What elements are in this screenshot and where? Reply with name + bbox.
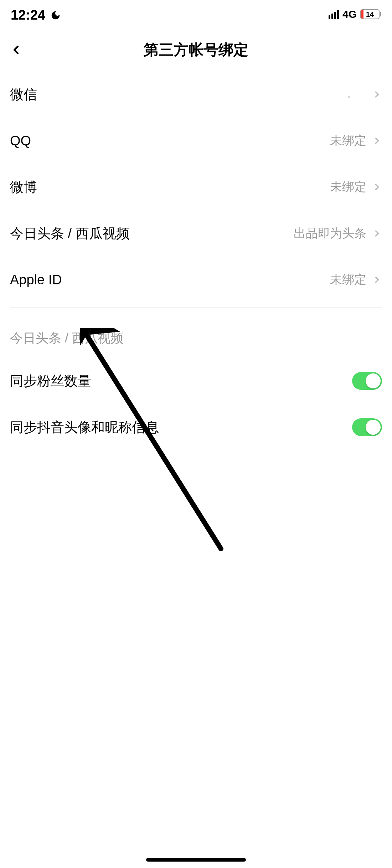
account-label: 微博 xyxy=(10,178,37,196)
account-row-weibo[interactable]: 微博 未绑定 xyxy=(0,164,392,210)
divider xyxy=(10,307,382,308)
account-row-toutiao[interactable]: 今日头条 / 西瓜视频 出品即为头条 xyxy=(0,210,392,257)
home-indicator[interactable] xyxy=(146,858,246,862)
chevron-right-icon xyxy=(372,89,382,99)
account-row-qq[interactable]: QQ 未绑定 xyxy=(0,118,392,164)
toggle-sync-avatar[interactable] xyxy=(352,418,382,436)
status-bar: 12:24 4G 14 xyxy=(0,0,392,29)
account-status: 未绑定 xyxy=(330,179,366,195)
back-button[interactable] xyxy=(7,41,25,59)
section-header: 今日头条 / 西瓜视频 xyxy=(0,312,392,358)
toggle-row-sync-followers: 同步粉丝数量 xyxy=(0,358,392,404)
nav-bar: 第三方帐号绑定 xyxy=(0,29,392,71)
chevron-right-icon xyxy=(372,136,382,146)
signal-icon xyxy=(329,10,339,19)
account-label: QQ xyxy=(10,133,31,149)
account-status: 未绑定 xyxy=(330,133,366,149)
chevron-left-icon xyxy=(9,43,23,57)
account-row-wechat[interactable]: 微信 。 xyxy=(0,71,392,118)
chevron-right-icon xyxy=(372,228,382,238)
chevron-right-icon xyxy=(372,275,382,285)
toggle-label: 同步粉丝数量 xyxy=(10,372,91,390)
battery-icon: 14 xyxy=(360,9,381,19)
chevron-right-icon xyxy=(372,182,382,192)
status-time: 12:24 xyxy=(11,7,45,23)
toggle-label: 同步抖音头像和昵称信息 xyxy=(10,418,159,436)
account-status: 出品即为头条 xyxy=(294,225,366,242)
account-label: 微信 xyxy=(10,86,37,104)
battery-text: 14 xyxy=(366,10,374,19)
toggle-row-sync-avatar: 同步抖音头像和昵称信息 xyxy=(0,404,392,450)
toggle-sync-followers[interactable] xyxy=(352,372,382,390)
moon-icon xyxy=(50,9,61,20)
account-label: Apple ID xyxy=(10,272,62,288)
network-type: 4G xyxy=(342,8,357,20)
account-status: 未绑定 xyxy=(330,272,366,288)
account-row-apple-id[interactable]: Apple ID 未绑定 xyxy=(0,257,392,303)
status-left: 12:24 xyxy=(11,6,61,23)
account-label: 今日头条 / 西瓜视频 xyxy=(10,224,130,243)
account-status: 。 xyxy=(347,89,356,100)
page-title: 第三方帐号绑定 xyxy=(144,40,248,60)
status-right: 4G 14 xyxy=(329,8,381,20)
